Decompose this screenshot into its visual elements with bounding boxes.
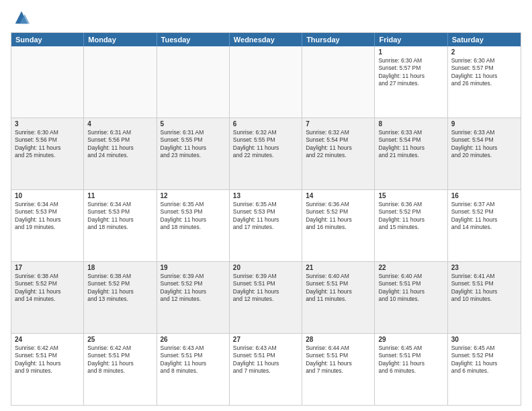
- calendar-cell: [230, 46, 302, 118]
- day-number: 17: [15, 264, 80, 271]
- day-number: 13: [233, 192, 298, 199]
- day-info: Sunrise: 6:37 AMSunset: 5:52 PMDaylight:…: [451, 201, 517, 232]
- day-number: 23: [451, 264, 517, 271]
- day-info: Sunrise: 6:35 AMSunset: 5:53 PMDaylight:…: [233, 201, 298, 232]
- calendar: SundayMondayTuesdayWednesdayThursdayFrid…: [11, 32, 521, 406]
- calendar-header: SundayMondayTuesdayWednesdayThursdayFrid…: [11, 33, 521, 46]
- day-number: 22: [378, 264, 443, 271]
- calendar-body: 1Sunrise: 6:30 AMSunset: 5:57 PMDaylight…: [11, 46, 521, 405]
- calendar-cell: 25Sunrise: 6:42 AMSunset: 5:51 PMDayligh…: [84, 334, 157, 405]
- calendar-cell: 20Sunrise: 6:39 AMSunset: 5:51 PMDayligh…: [230, 262, 302, 333]
- day-info: Sunrise: 6:34 AMSunset: 5:53 PMDaylight:…: [15, 201, 80, 232]
- calendar-cell: [157, 46, 230, 118]
- day-number: 14: [306, 192, 371, 199]
- calendar-cell: 26Sunrise: 6:43 AMSunset: 5:51 PMDayligh…: [157, 334, 230, 405]
- day-number: 16: [451, 192, 517, 199]
- day-info: Sunrise: 6:44 AMSunset: 5:51 PMDaylight:…: [306, 345, 371, 375]
- day-number: 19: [161, 264, 226, 271]
- calendar-cell: 29Sunrise: 6:45 AMSunset: 5:51 PMDayligh…: [375, 334, 447, 405]
- calendar-cell: 3Sunrise: 6:30 AMSunset: 5:56 PMDaylight…: [11, 118, 84, 189]
- day-info: Sunrise: 6:30 AMSunset: 5:57 PMDaylight:…: [451, 57, 517, 88]
- day-number: 10: [15, 192, 80, 199]
- day-info: Sunrise: 6:30 AMSunset: 5:57 PMDaylight:…: [378, 57, 443, 88]
- day-number: 15: [378, 192, 443, 199]
- calendar-cell: [302, 46, 375, 118]
- calendar-row-2: 10Sunrise: 6:34 AMSunset: 5:53 PMDayligh…: [11, 189, 521, 261]
- logo: [11, 8, 31, 27]
- day-number: 18: [87, 264, 152, 271]
- day-info: Sunrise: 6:36 AMSunset: 5:52 PMDaylight:…: [378, 201, 443, 232]
- day-info: Sunrise: 6:38 AMSunset: 5:52 PMDaylight:…: [15, 273, 80, 304]
- calendar-row-1: 3Sunrise: 6:30 AMSunset: 5:56 PMDaylight…: [11, 118, 521, 189]
- day-number: 24: [15, 336, 80, 343]
- calendar-cell: 12Sunrise: 6:35 AMSunset: 5:53 PMDayligh…: [157, 190, 230, 261]
- calendar-cell: 10Sunrise: 6:34 AMSunset: 5:53 PMDayligh…: [11, 190, 84, 261]
- calendar-cell: 9Sunrise: 6:33 AMSunset: 5:54 PMDaylight…: [448, 118, 521, 189]
- calendar-row-3: 17Sunrise: 6:38 AMSunset: 5:52 PMDayligh…: [11, 261, 521, 333]
- header-cell-tuesday: Tuesday: [157, 33, 230, 46]
- calendar-cell: 21Sunrise: 6:40 AMSunset: 5:51 PMDayligh…: [302, 262, 375, 333]
- calendar-cell: 2Sunrise: 6:30 AMSunset: 5:57 PMDaylight…: [448, 46, 521, 118]
- day-info: Sunrise: 6:45 AMSunset: 5:52 PMDaylight:…: [451, 345, 517, 375]
- calendar-cell: [11, 46, 84, 118]
- calendar-cell: 5Sunrise: 6:31 AMSunset: 5:55 PMDaylight…: [157, 118, 230, 189]
- header-cell-monday: Monday: [84, 33, 157, 46]
- calendar-cell: 30Sunrise: 6:45 AMSunset: 5:52 PMDayligh…: [448, 334, 521, 405]
- page: SundayMondayTuesdayWednesdayThursdayFrid…: [0, 0, 532, 411]
- day-number: 26: [161, 336, 226, 343]
- day-number: 28: [306, 336, 371, 343]
- day-info: Sunrise: 6:30 AMSunset: 5:56 PMDaylight:…: [15, 129, 80, 160]
- day-info: Sunrise: 6:31 AMSunset: 5:55 PMDaylight:…: [161, 129, 226, 160]
- calendar-cell: 6Sunrise: 6:32 AMSunset: 5:55 PMDaylight…: [230, 118, 302, 189]
- calendar-cell: 22Sunrise: 6:40 AMSunset: 5:51 PMDayligh…: [375, 262, 447, 333]
- day-number: 9: [451, 120, 517, 128]
- day-number: 12: [161, 192, 226, 199]
- day-number: 7: [306, 120, 371, 128]
- calendar-cell: [84, 46, 157, 118]
- day-info: Sunrise: 6:31 AMSunset: 5:56 PMDaylight:…: [87, 129, 152, 160]
- day-info: Sunrise: 6:35 AMSunset: 5:53 PMDaylight:…: [161, 201, 226, 232]
- day-info: Sunrise: 6:34 AMSunset: 5:53 PMDaylight:…: [87, 201, 152, 232]
- day-info: Sunrise: 6:42 AMSunset: 5:51 PMDaylight:…: [15, 345, 80, 375]
- day-info: Sunrise: 6:36 AMSunset: 5:52 PMDaylight:…: [306, 201, 371, 232]
- day-number: 2: [451, 48, 517, 56]
- day-info: Sunrise: 6:33 AMSunset: 5:54 PMDaylight:…: [451, 129, 517, 160]
- header-cell-friday: Friday: [375, 33, 447, 46]
- day-info: Sunrise: 6:32 AMSunset: 5:54 PMDaylight:…: [306, 129, 371, 160]
- day-number: 4: [87, 120, 152, 128]
- day-number: 6: [233, 120, 298, 128]
- header-cell-sunday: Sunday: [11, 33, 84, 46]
- calendar-cell: 11Sunrise: 6:34 AMSunset: 5:53 PMDayligh…: [84, 190, 157, 261]
- day-number: 29: [378, 336, 443, 343]
- header-cell-wednesday: Wednesday: [230, 33, 302, 46]
- day-number: 21: [306, 264, 371, 271]
- calendar-row-4: 24Sunrise: 6:42 AMSunset: 5:51 PMDayligh…: [11, 333, 521, 405]
- calendar-cell: 19Sunrise: 6:39 AMSunset: 5:52 PMDayligh…: [157, 262, 230, 333]
- day-info: Sunrise: 6:43 AMSunset: 5:51 PMDaylight:…: [161, 345, 226, 375]
- header-cell-thursday: Thursday: [302, 33, 375, 46]
- day-info: Sunrise: 6:45 AMSunset: 5:51 PMDaylight:…: [378, 345, 443, 375]
- day-info: Sunrise: 6:33 AMSunset: 5:54 PMDaylight:…: [378, 129, 443, 160]
- calendar-cell: 15Sunrise: 6:36 AMSunset: 5:52 PMDayligh…: [375, 190, 447, 261]
- calendar-cell: 13Sunrise: 6:35 AMSunset: 5:53 PMDayligh…: [230, 190, 302, 261]
- day-info: Sunrise: 6:38 AMSunset: 5:52 PMDaylight:…: [87, 273, 152, 304]
- day-number: 8: [378, 120, 443, 128]
- day-number: 1: [378, 48, 443, 56]
- calendar-cell: 23Sunrise: 6:41 AMSunset: 5:51 PMDayligh…: [448, 262, 521, 333]
- calendar-cell: 18Sunrise: 6:38 AMSunset: 5:52 PMDayligh…: [84, 262, 157, 333]
- day-info: Sunrise: 6:43 AMSunset: 5:51 PMDaylight:…: [233, 345, 298, 375]
- day-info: Sunrise: 6:41 AMSunset: 5:51 PMDaylight:…: [451, 273, 517, 304]
- calendar-cell: 4Sunrise: 6:31 AMSunset: 5:56 PMDaylight…: [84, 118, 157, 189]
- calendar-row-0: 1Sunrise: 6:30 AMSunset: 5:57 PMDaylight…: [11, 46, 521, 118]
- day-info: Sunrise: 6:32 AMSunset: 5:55 PMDaylight:…: [233, 129, 298, 160]
- day-number: 5: [161, 120, 226, 128]
- day-number: 11: [87, 192, 152, 199]
- logo-icon: [12, 8, 31, 27]
- calendar-cell: 28Sunrise: 6:44 AMSunset: 5:51 PMDayligh…: [302, 334, 375, 405]
- day-number: 25: [87, 336, 152, 343]
- calendar-cell: 14Sunrise: 6:36 AMSunset: 5:52 PMDayligh…: [302, 190, 375, 261]
- calendar-cell: 24Sunrise: 6:42 AMSunset: 5:51 PMDayligh…: [11, 334, 84, 405]
- calendar-cell: 17Sunrise: 6:38 AMSunset: 5:52 PMDayligh…: [11, 262, 84, 333]
- day-number: 30: [451, 336, 517, 343]
- calendar-cell: 8Sunrise: 6:33 AMSunset: 5:54 PMDaylight…: [375, 118, 447, 189]
